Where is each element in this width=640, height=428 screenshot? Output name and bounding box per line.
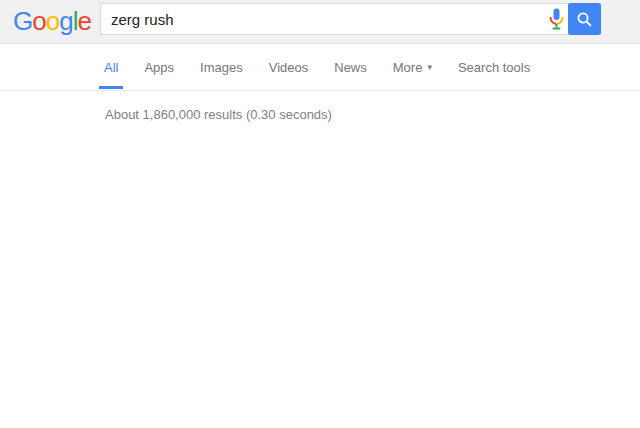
- tab-label: News: [334, 60, 367, 75]
- tab-apps[interactable]: Apps: [144, 44, 174, 91]
- logo-letter: g: [59, 6, 72, 36]
- logo-letter: G: [13, 6, 32, 36]
- result-stats: About 1,860,000 results (0.30 seconds): [105, 107, 640, 122]
- tab-videos[interactable]: Videos: [269, 44, 309, 91]
- tab-label: All: [104, 60, 118, 75]
- tab-label: Search tools: [458, 60, 530, 75]
- tab-news[interactable]: News: [334, 44, 367, 91]
- logo-letter: o: [32, 6, 45, 36]
- google-logo[interactable]: Google: [13, 5, 91, 37]
- search-header: Google: [0, 0, 640, 44]
- tab-label: Videos: [269, 60, 309, 75]
- search-button[interactable]: [568, 3, 601, 35]
- tab-label: Images: [200, 60, 243, 75]
- magnifier-icon: [576, 11, 593, 28]
- tab-bar: AllAppsImagesVideosNewsMore▾Search tools: [0, 44, 640, 91]
- dropdown-arrow-icon: ▾: [427, 62, 432, 72]
- google-mic-icon[interactable]: [549, 8, 564, 30]
- search-box: [100, 3, 568, 35]
- tab-images[interactable]: Images: [200, 44, 243, 91]
- tab-label: More: [393, 60, 423, 75]
- logo-letter: e: [77, 6, 90, 36]
- search-input[interactable]: [101, 4, 568, 34]
- tab-more[interactable]: More▾: [393, 44, 432, 91]
- tab-all[interactable]: All: [104, 44, 118, 91]
- tab-search-tools[interactable]: Search tools: [458, 44, 530, 91]
- tab-label: Apps: [144, 60, 174, 75]
- logo-letter: o: [46, 6, 59, 36]
